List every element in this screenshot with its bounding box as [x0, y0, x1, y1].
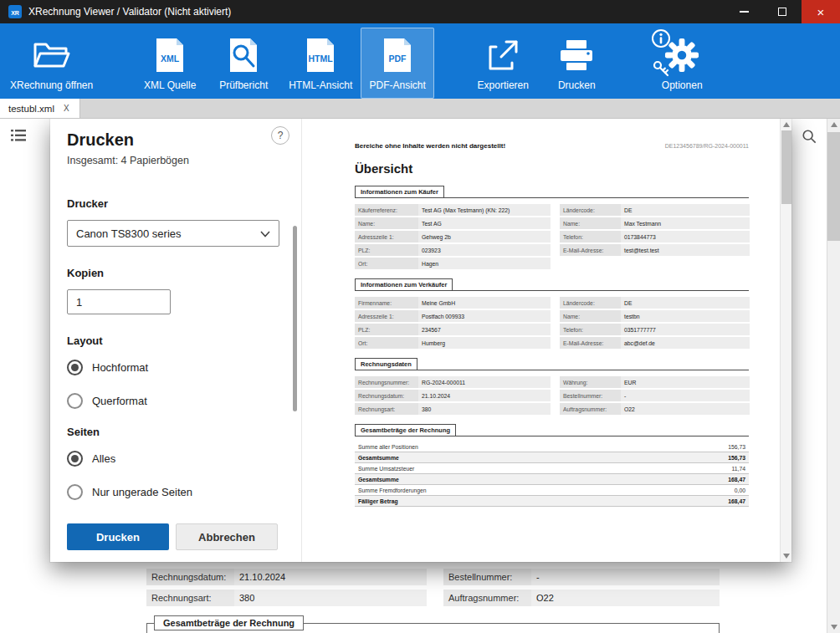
section-title: Informationen zum Verkäufer: [355, 278, 453, 291]
preview-scroll-thumb[interactable]: [781, 130, 791, 204]
folder-open-icon: [32, 35, 72, 75]
main-scroll-thumb[interactable]: [827, 132, 840, 241]
export-icon: [484, 35, 521, 75]
printer-label: Drucker: [67, 197, 279, 210]
table-row: Rechnungsart:380Auftragsnummer:O22: [355, 403, 749, 415]
printer-icon: [558, 35, 595, 75]
main-toolbar: XRechnung öffnenXMLXML QuellePrüfbericht…: [0, 23, 840, 99]
tab-bar: testubl.xml X: [0, 99, 840, 119]
scroll-up-button[interactable]: [827, 119, 840, 130]
radio-option-alles[interactable]: Alles: [67, 450, 279, 467]
print-dialog: Drucken ? Insgesamt: 4 Papierbögen Druck…: [50, 119, 301, 562]
preview-header: Bereiche ohne Inhalte werden nicht darge…: [355, 142, 749, 150]
layout-label: Layout: [67, 334, 279, 347]
field-value: 380: [234, 590, 427, 606]
section-title: Gesamtbeträge der Rechnung: [355, 424, 456, 436]
window-title: XRechnung Viewer / Validator (Nicht akti…: [28, 6, 231, 18]
cancel-button[interactable]: Abbrechen: [176, 523, 278, 550]
scroll-down-button[interactable]: [827, 621, 840, 633]
totals-row: Gesamtsumme156,73: [355, 452, 749, 463]
info-icon: [651, 28, 671, 52]
totals-row: Gesamtsumme168,47: [355, 474, 749, 485]
svg-text:PDF: PDF: [389, 54, 407, 64]
license-key-button[interactable]: [649, 59, 673, 82]
toolbar-items: XRechnung öffnenXMLXML QuellePrüfbericht…: [0, 23, 840, 99]
section-title: Rechnungsdaten: [355, 358, 417, 370]
radio-option-nur-ungerade-seiten[interactable]: Nur ungerade Seiten: [67, 483, 279, 500]
close-button[interactable]: ×: [802, 0, 840, 23]
toolbar-button-xml-quelle[interactable]: XMLXML Quelle: [133, 28, 207, 99]
preview-section-gesamtbetr-ge-der-rechnung: Gesamtbeträge der RechnungSumme aller Po…: [355, 424, 749, 507]
table-row: Ort:HumbergE-Mail-Adresse:abc@def.de: [355, 337, 749, 349]
table-row: Adresszeile 1:Gehweg 2bTelefon:017384477…: [355, 231, 749, 242]
radio-option-hochformat[interactable]: Hochformat: [67, 359, 279, 375]
toolbar-button-html-ansicht[interactable]: HTMLHTML-Ansicht: [280, 28, 361, 99]
tab-testubl-xml[interactable]: testubl.xml X: [0, 99, 80, 118]
main-scrollbar[interactable]: [827, 119, 840, 633]
tab-close-icon[interactable]: X: [62, 104, 71, 113]
print-button[interactable]: Drucken: [67, 523, 169, 550]
layout-options: HochformatQuerformat: [67, 359, 279, 409]
svg-text:XML: XML: [161, 54, 180, 64]
preview-section-informationen-zum-k-ufer: Informationen zum KäuferKäuferreferenz:T…: [355, 186, 749, 269]
minimize-icon: [740, 11, 749, 13]
preview-scroll-down-button[interactable]: [781, 550, 791, 562]
close-icon: ×: [817, 6, 825, 18]
radio-selected-icon: [67, 360, 83, 375]
field-label: Rechnungsart:: [146, 590, 234, 606]
preview-scrollbar[interactable]: [780, 119, 791, 562]
arrow-down-icon: [831, 625, 837, 630]
dialog-scrollbar[interactable]: [293, 226, 297, 411]
minimize-button[interactable]: [725, 0, 763, 23]
field-label: Bestellnummer:: [443, 569, 531, 585]
toolbar-right-icons: [649, 28, 673, 82]
html-document-icon: HTML: [305, 35, 336, 75]
toolbar-button-pr-fbericht[interactable]: Prüfbericht: [207, 28, 280, 99]
dialog-actions: Drucken Abbrechen: [67, 523, 278, 550]
info-button[interactable]: [649, 28, 673, 52]
field-label: Rechnungsdatum:: [146, 569, 234, 585]
pdf-page: Bereiche ohne Inhalte werden nicht darge…: [302, 119, 780, 562]
table-row: Rechnungsnummer:RG-2024-000011Währung:EU…: [355, 376, 749, 388]
arrow-down-icon: [783, 554, 790, 559]
totals-row: Summe Umsatzsteuer11,74: [355, 463, 749, 474]
radio-option-querformat[interactable]: Querformat: [67, 392, 279, 409]
tab-label: testubl.xml: [8, 104, 54, 114]
pdf-preview: Bereiche ohne Inhalte werden nicht darge…: [301, 119, 780, 562]
question-mark-icon: ?: [278, 130, 284, 141]
printer-select[interactable]: Canon TS8300 series: [67, 220, 279, 247]
field-value: O22: [531, 590, 720, 606]
preview-scroll-up-button[interactable]: [781, 119, 791, 130]
field-label: Auftragsnummer:: [443, 590, 531, 606]
window-controls: ×: [725, 0, 840, 23]
table-row: PLZ:234567Telefon:0351777777: [355, 324, 749, 335]
copies-label: Kopien: [67, 267, 279, 279]
radio-unselected-icon: [67, 484, 83, 500]
document-magnifier-icon: [228, 35, 259, 75]
print-overlay: Drucken ? Insgesamt: 4 Papierbögen Druck…: [50, 119, 791, 562]
arrow-up-icon: [783, 122, 790, 127]
preview-section-informationen-zum-verk-ufer: Informationen zum VerkäuferFirmenname:Me…: [355, 278, 749, 349]
table-row: PLZ:023923E-Mail-Adresse:test@test.test: [355, 244, 749, 256]
help-button[interactable]: ?: [271, 126, 289, 145]
document-reference: DE123456789/RG-2024-000011: [665, 143, 749, 149]
maximize-button[interactable]: [763, 0, 802, 23]
toolbar-button-xrechnung-ffnen[interactable]: XRechnung öffnen: [2, 28, 101, 99]
printer-selected-value: Canon TS8300 series: [76, 227, 182, 240]
table-row: Adresszeile 1:Postfach 009933Name:testbn: [355, 310, 749, 322]
copies-input[interactable]: [67, 289, 171, 314]
toolbar-button-exportieren[interactable]: Exportieren: [466, 28, 540, 99]
radio-selected-icon: [67, 451, 83, 467]
sheet-count-text: Insgesamt: 4 Papierbögen: [67, 155, 189, 166]
table-row: Rechnungsdatum:21.10.2024Bestellnummer:-: [355, 390, 749, 401]
pages-label: Seiten: [67, 426, 279, 438]
preview-notice: Bereiche ohne Inhalte werden nicht darge…: [355, 142, 505, 150]
section-title: Informationen zum Käufer: [355, 186, 444, 198]
svg-text:XR: XR: [11, 10, 19, 16]
toolbar-button-pdf-ansicht[interactable]: PDFPDF-Ansicht: [361, 28, 434, 99]
chevron-down-icon: [260, 227, 270, 240]
table-row: Käuferreferenz:Test AG (Max Testmann) (K…: [355, 204, 749, 216]
totals-row: Summe aller Positionen156,73: [355, 442, 749, 452]
preview-heading: Übersicht: [355, 161, 749, 176]
toolbar-button-drucken[interactable]: Drucken: [540, 28, 613, 99]
